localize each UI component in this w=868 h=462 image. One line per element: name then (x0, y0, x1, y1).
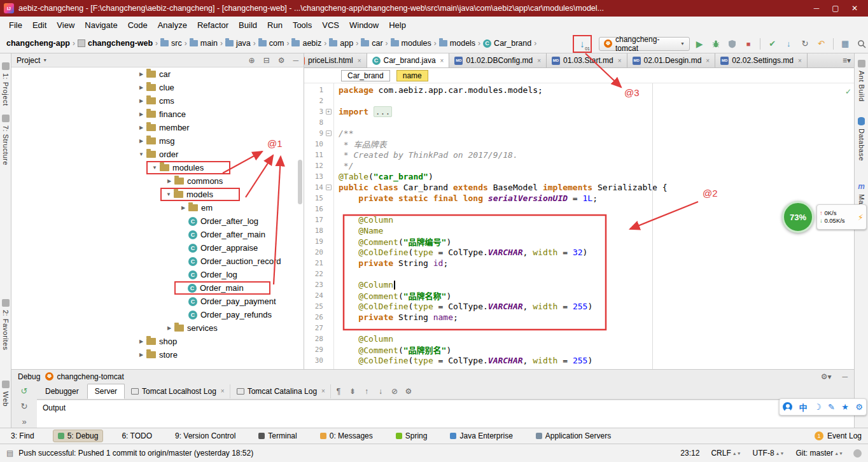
tree-item-finance[interactable]: ▶finance (11, 108, 304, 121)
collapsed-arrow-icon[interactable]: ▶ (164, 325, 174, 331)
tree-item-msg[interactable]: ▶msg (11, 134, 304, 148)
vcs-update-button[interactable]: ↓ (782, 37, 795, 51)
code-line-3[interactable]: 3+import ... (304, 106, 854, 117)
move-down-icon[interactable]: ↓ (374, 387, 387, 396)
collapsed-arrow-icon[interactable]: ▶ (136, 352, 146, 358)
collapsed-arrow-icon[interactable]: ▶ (136, 85, 146, 90)
close-icon[interactable]: × (537, 57, 541, 64)
collapse-all-icon[interactable]: ⊟ (263, 56, 270, 65)
unfold-icon[interactable]: + (326, 109, 332, 115)
toolwindow-button-0-messages[interactable]: 0: Messages (316, 430, 377, 442)
tree-item-clue[interactable]: ▶clue (11, 81, 304, 94)
toolwindow-button-ant-build[interactable]: Ant Build (855, 60, 868, 102)
toolwindow-button-project[interactable]: 1: Project (0, 62, 11, 106)
toolwindow-button-favorites[interactable]: 2: Favorites (0, 299, 11, 350)
breadcrumb-item-com[interactable]: com (258, 39, 284, 48)
menu-item-edit[interactable]: Edit (27, 18, 52, 32)
project-panel-title[interactable]: Project (17, 56, 40, 65)
code-line-20[interactable]: 20 @ColDefine(type = ColType.VARCHAR, wi… (304, 247, 854, 258)
toolwindow-button-6-todo[interactable]: 6: TODO (117, 430, 157, 442)
vcs-commit-button[interactable]: ✔ (766, 37, 779, 51)
status-menu-icon[interactable]: ▤ (6, 449, 13, 458)
rerun-debug-icon[interactable]: ↺ (21, 386, 28, 396)
code-line-8[interactable]: 8 (304, 117, 854, 128)
expanded-arrow-icon[interactable]: ▼ (136, 151, 146, 157)
tree-item-order-pay-payment[interactable]: COrder_pay_payment (11, 295, 304, 308)
encoding-selector[interactable]: UTF-8 ▲▼ (753, 449, 785, 458)
editor-tab-car-brand-java[interactable]: CCar_brand.java× (367, 53, 450, 67)
gear-icon[interactable]: ⚙▾ (821, 372, 832, 381)
ime-pen-icon[interactable]: ✎ (828, 402, 835, 412)
tree-item-commons[interactable]: ▶commons (11, 174, 304, 188)
close-button[interactable]: ✕ (845, 4, 864, 13)
move-up-icon[interactable]: ↑ (360, 387, 373, 396)
collapsed-arrow-icon[interactable]: ▶ (178, 205, 188, 211)
menu-item-view[interactable]: View (52, 18, 80, 32)
code-line-27[interactable]: 27 (304, 323, 854, 333)
code-line-17[interactable]: 17 @Column (304, 214, 854, 225)
run-configuration-select[interactable]: changcheng-tomcat ▼ (599, 37, 690, 51)
toolwindow-button-9-version-control[interactable]: 9: Version Control (171, 430, 240, 442)
code-line-13[interactable]: 13@Table("car_brand") (304, 171, 854, 182)
toolwindow-button-terminal[interactable]: Terminal (254, 430, 301, 442)
minimize-button[interactable]: ─ (807, 4, 826, 13)
menu-item-vcs[interactable]: VCS (317, 18, 344, 32)
ime-settings-icon[interactable]: ⚙ (855, 402, 863, 412)
code-line-19[interactable]: 19 @Comment("品牌编号") (304, 236, 854, 247)
close-icon[interactable]: × (321, 388, 325, 395)
ime-language-icon[interactable]: 中 (799, 401, 808, 413)
hidden-tabs-icon[interactable]: ≡▾ (843, 56, 851, 65)
menu-item-window[interactable]: Window (344, 18, 384, 32)
tree-item-cms[interactable]: ▶cms (11, 94, 304, 108)
toolwindow-button-spring[interactable]: Spring (391, 430, 432, 442)
code-line-23[interactable]: 23 @Column (304, 279, 854, 290)
tree-item-services[interactable]: ▶services (11, 321, 304, 335)
editor-tab-01-02-dbconfig-md[interactable]: MD01.02.DBConfig.md× (449, 53, 547, 67)
code-line-12[interactable]: 12 */ (304, 160, 854, 171)
breadcrumb-item-app[interactable]: app (329, 39, 353, 48)
breadcrumb-item-aebiz[interactable]: aebiz (291, 39, 321, 48)
code-line-16[interactable]: 16 (304, 204, 854, 214)
code-line-22[interactable]: 22 (304, 269, 854, 279)
tree-item-order[interactable]: ▼order (11, 148, 304, 161)
inspections-ok-icon[interactable]: ✓ (845, 87, 851, 96)
menu-item-navigate[interactable]: Navigate (80, 18, 122, 32)
toolwindow-button-application-servers[interactable]: Application Servers (531, 430, 615, 442)
collapsed-arrow-icon[interactable]: ▶ (136, 98, 146, 104)
ime-moon-icon[interactable]: ☽ (814, 402, 822, 412)
collapsed-arrow-icon[interactable]: ▶ (136, 111, 146, 117)
git-branch-selector[interactable]: Git: master ▲▼ (795, 449, 843, 458)
code-line-11[interactable]: 11 * Created by ThinkPad on 2017/9/18. (304, 150, 854, 160)
toolwindow-button-3-find[interactable]: 3: Find (6, 430, 39, 442)
console-tab-tomcat-localhost-log[interactable]: Tomcat Localhost Log× (126, 384, 230, 398)
tree-item-store[interactable]: ▶store (11, 348, 304, 361)
editor-tab-pricelist-html[interactable]: <>priceList.html× (304, 53, 367, 67)
changes-button[interactable]: ▦ (839, 37, 852, 51)
menu-item-code[interactable]: Code (123, 18, 153, 32)
editor-tab-01-03-start-md[interactable]: MD01.03.Start.md× (547, 53, 627, 67)
breadcrumb-field[interactable]: name (396, 70, 428, 81)
debug-button[interactable] (710, 37, 723, 51)
menu-item-help[interactable]: Help (384, 18, 411, 32)
soft-wrap-icon[interactable]: ¶ (332, 387, 345, 396)
tree-item-shop[interactable]: ▶shop (11, 335, 304, 348)
search-everywhere-button[interactable] (855, 37, 868, 51)
console-tab-tomcat-catalina-log[interactable]: Tomcat Catalina Log× (232, 384, 331, 398)
toolwindow-button-web[interactable]: Web (0, 381, 11, 407)
menu-item-tools[interactable]: Tools (288, 18, 317, 32)
editor-tab-02-01-desgin-md[interactable]: MD02.01.Desgin.md× (627, 53, 716, 67)
ime-user-icon[interactable] (783, 402, 792, 412)
menu-item-analyze[interactable]: Analyze (153, 18, 192, 32)
tree-item-order-after-log[interactable]: COrder_after_log (11, 214, 304, 228)
tree-item-modules[interactable]: ▼modules (11, 161, 304, 174)
breadcrumb-item-java[interactable]: java (225, 39, 251, 48)
debug-tab-server[interactable]: Server (87, 384, 125, 399)
run-button[interactable]: ▶ (693, 37, 706, 51)
stop-button[interactable]: ■ (742, 37, 755, 51)
code-line-30[interactable]: 30 @ColDefine(type = ColType.VARCHAR, wi… (304, 355, 854, 366)
code-line-18[interactable]: 18 @Name (304, 225, 854, 236)
hide-panel-icon[interactable]: ─ (293, 56, 298, 65)
code-line-26[interactable]: 26 private String name; (304, 312, 854, 323)
close-icon[interactable]: × (798, 57, 802, 64)
code-line-24[interactable]: 24 @Comment("品牌名称") (304, 290, 854, 301)
